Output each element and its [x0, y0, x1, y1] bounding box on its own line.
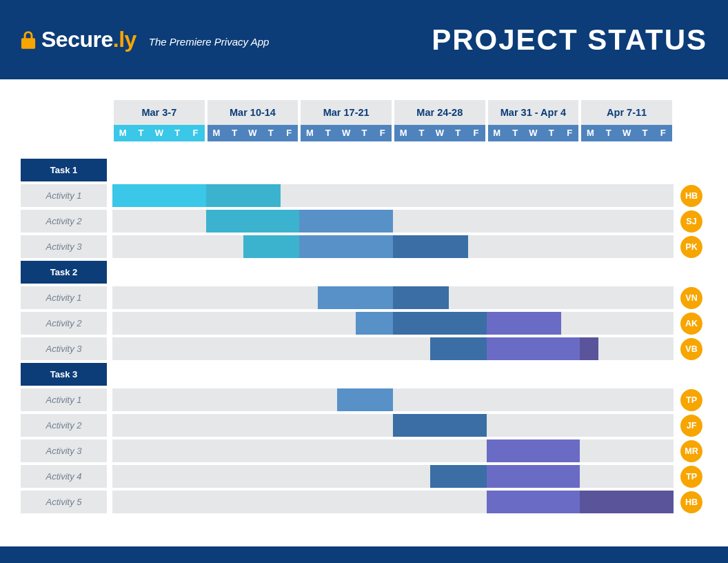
- gantt-bar: [299, 235, 393, 258]
- task-header: Task 2: [21, 261, 707, 284]
- day-cell: W: [337, 125, 355, 141]
- gantt-bar: [430, 337, 486, 360]
- owner-avatar: TP: [680, 389, 702, 411]
- day-cell: F: [280, 125, 298, 141]
- brand-name: Secure.ly: [41, 27, 136, 52]
- logo-group: Secure.ly: [21, 27, 136, 52]
- week-group: Mar 31 - Apr 4MTWTF: [487, 100, 580, 141]
- owner-avatar: VB: [680, 338, 702, 360]
- page-title: PROJECT STATUS: [432, 23, 707, 57]
- activity-row: Activity 3VB: [21, 337, 707, 360]
- day-cell: M: [301, 125, 318, 141]
- day-cell: T: [449, 125, 467, 141]
- day-cell: T: [319, 125, 337, 141]
- week-group: Mar 10-14MTWTF: [206, 100, 300, 141]
- task-label: Task 3: [21, 363, 107, 386]
- activity-row: Activity 1VN: [21, 286, 707, 309]
- week-group: Mar 24-28MTWTF: [393, 100, 487, 141]
- day-cell: W: [524, 125, 542, 141]
- gantt-rows: Task 1Activity 1HBActivity 2SJActivity 3…: [21, 159, 707, 513]
- activity-label: Activity 1: [21, 184, 107, 207]
- activity-track: [112, 439, 674, 462]
- week-label: Mar 31 - Apr 4: [488, 100, 579, 125]
- owner-avatar: JF: [680, 415, 702, 437]
- gantt-bar: [393, 414, 487, 437]
- day-cell: T: [600, 125, 618, 141]
- day-cell: T: [506, 125, 524, 141]
- gantt-bar: [206, 210, 300, 233]
- activity-row: Activity 2SJ: [21, 210, 707, 233]
- day-cell: T: [132, 125, 150, 141]
- owner-avatar: HB: [680, 185, 702, 207]
- activity-track: [112, 184, 674, 207]
- owner-avatar: VN: [680, 287, 702, 309]
- day-row: MTWTF: [208, 125, 299, 141]
- gantt-chart: Mar 3-7MTWTFMar 10-14MTWTFMar 17-21MTWTF…: [0, 79, 728, 537]
- day-row: MTWTF: [301, 125, 392, 141]
- activity-row: Activity 3PK: [21, 235, 707, 258]
- activity-track: [112, 337, 674, 360]
- gantt-bar: [112, 184, 206, 207]
- day-cell: F: [186, 125, 204, 141]
- gantt-bar: [243, 235, 299, 258]
- activity-row: Activity 3MR: [21, 439, 707, 462]
- gantt-bar: [487, 465, 580, 488]
- task-header: Task 3: [21, 363, 707, 386]
- day-row: MTWTF: [114, 125, 205, 141]
- activity-row: Activity 1HB: [21, 184, 707, 207]
- day-row: MTWTF: [581, 125, 672, 141]
- week-label: Apr 7-11: [581, 100, 672, 125]
- day-row: MTWTF: [488, 125, 579, 141]
- day-cell: F: [467, 125, 485, 141]
- calendar-header: Mar 3-7MTWTFMar 10-14MTWTFMar 17-21MTWTF…: [112, 100, 707, 141]
- footer-bar: [0, 546, 728, 563]
- brand-name-accent: .ly: [113, 27, 136, 52]
- gantt-bar: [318, 286, 393, 309]
- gantt-bar: [393, 286, 449, 309]
- week-group: Mar 17-21MTWTF: [299, 100, 393, 141]
- day-row: MTWTF: [394, 125, 485, 141]
- day-cell: F: [560, 125, 578, 141]
- activity-label: Activity 4: [21, 465, 107, 488]
- day-cell: T: [355, 125, 373, 141]
- owner-avatar: AK: [680, 313, 702, 335]
- week-label: Mar 24-28: [394, 100, 485, 125]
- owner-avatar: MR: [680, 440, 702, 462]
- activity-track: [112, 235, 674, 258]
- brand-name-primary: Secure: [41, 27, 113, 52]
- gantt-bar: [580, 337, 598, 360]
- owner-avatar: TP: [680, 466, 702, 488]
- activity-label: Activity 2: [21, 312, 107, 335]
- activity-track: [112, 312, 674, 335]
- gantt-bar: [393, 312, 487, 335]
- week-group: Mar 3-7MTWTF: [112, 100, 206, 141]
- activity-track: [112, 210, 674, 233]
- day-cell: W: [243, 125, 261, 141]
- activity-track: [112, 286, 674, 309]
- week-label: Mar 10-14: [208, 100, 299, 125]
- day-cell: M: [581, 125, 599, 141]
- gantt-bar: [337, 388, 393, 411]
- task-track: [112, 363, 674, 386]
- day-cell: W: [431, 125, 449, 141]
- activity-track: [112, 465, 674, 488]
- activity-label: Activity 3: [21, 337, 107, 360]
- task-label: Task 1: [21, 159, 107, 181]
- owner-avatar: HB: [680, 491, 702, 513]
- activity-label: Activity 3: [21, 439, 107, 462]
- gantt-bar: [487, 312, 562, 335]
- gantt-bar: [299, 210, 393, 233]
- day-cell: M: [114, 125, 132, 141]
- lock-icon: [21, 31, 36, 49]
- gantt-bar: [487, 491, 580, 513]
- day-cell: T: [262, 125, 280, 141]
- day-cell: T: [412, 125, 430, 141]
- day-cell: T: [168, 125, 186, 141]
- activity-label: Activity 1: [21, 388, 107, 411]
- gantt-bar: [393, 235, 468, 258]
- activity-row: Activity 4TP: [21, 465, 707, 488]
- task-label: Task 2: [21, 261, 107, 284]
- activity-track: [112, 388, 674, 411]
- activity-label: Activity 5: [21, 491, 107, 513]
- brand-block: Secure.ly The Premiere Privacy App: [21, 27, 269, 52]
